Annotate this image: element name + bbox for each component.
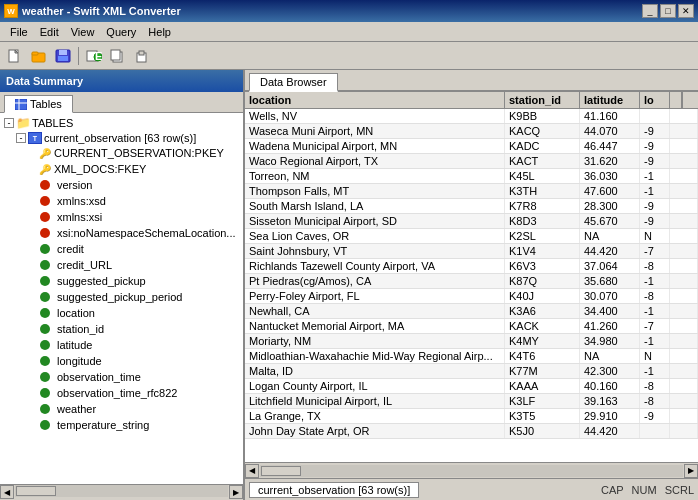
table-row[interactable]: Sisseton Municipal Airport, SDK8D345.670… — [245, 214, 698, 229]
table-row[interactable]: Nantucket Memorial Airport, MAKACK41.260… — [245, 319, 698, 334]
data-browser-tab[interactable]: Data Browser — [249, 73, 338, 92]
menu-view[interactable]: View — [65, 25, 101, 39]
cap-indicator: CAP — [601, 484, 624, 496]
export-button[interactable]: E — [83, 45, 105, 67]
tree-item-current-obs[interactable]: - T current_observation [63 row(s)] — [2, 131, 241, 145]
tree-item-pkey[interactable]: 🔑 CURRENT_OBSERVATION:PKEY — [2, 145, 241, 161]
minimize-button[interactable]: _ — [642, 4, 658, 18]
field-green-icon-pickup — [38, 274, 52, 288]
cell-station-id: K3T5 — [505, 409, 580, 423]
cell-location: Wells, NV — [245, 109, 505, 123]
table-row[interactable]: Logan County Airport, ILKAAA40.160-8 — [245, 379, 698, 394]
table-row[interactable]: John Day State Arpt, ORK5J044.420 — [245, 424, 698, 439]
cell-location: Sisseton Municipal Airport, SD — [245, 214, 505, 228]
table-row[interactable]: Waseca Muni Airport, MNKACQ44.070-9 — [245, 124, 698, 139]
table-row[interactable]: La Grange, TXK3T529.910-9 — [245, 409, 698, 424]
table-row[interactable]: Saint Johnsbury, VTK1V444.420-7 — [245, 244, 698, 259]
table-row[interactable]: Pt Piedras(cg/Amos), CAK87Q35.680-1 — [245, 274, 698, 289]
tree-item-xml-docs[interactable]: 🔑 XML_DOCS:FKEY — [2, 161, 241, 177]
table-row[interactable]: Wadena Municipal Airport, MNKADC46.447-9 — [245, 139, 698, 154]
cell-lo: -8 — [640, 379, 670, 393]
menu-edit[interactable]: Edit — [34, 25, 65, 39]
copy-button[interactable] — [107, 45, 129, 67]
data-scroll-track[interactable] — [260, 465, 683, 477]
cell-station-id: K4T6 — [505, 349, 580, 363]
menu-file[interactable]: File — [4, 25, 34, 39]
cell-latitude: 30.070 — [580, 289, 640, 303]
tree-item-xmlns-xsd[interactable]: xmlns:xsd — [2, 193, 241, 209]
field-red-icon-xsi — [38, 210, 52, 224]
tree-item-version[interactable]: version — [2, 177, 241, 193]
tree-item-observation-time-rfc822[interactable]: observation_time_rfc822 — [2, 385, 241, 401]
tree-item-weather[interactable]: weather — [2, 401, 241, 417]
paste-button[interactable] — [131, 45, 153, 67]
tree-item-observation-time[interactable]: observation_time — [2, 369, 241, 385]
col-header-location[interactable]: location — [245, 92, 505, 108]
tree-item-credit-url[interactable]: credit_URL — [2, 257, 241, 273]
tree-area[interactable]: - 📁 TABLES - T current_observation [63 r… — [0, 113, 243, 484]
tree-item-location[interactable]: location — [2, 305, 241, 321]
close-button[interactable]: ✕ — [678, 4, 694, 18]
tables-tab[interactable]: Tables — [4, 95, 73, 113]
table-row[interactable]: Litchfield Municipal Airport, ILK3LF39.1… — [245, 394, 698, 409]
cell-latitude: NA — [580, 349, 640, 363]
tree-item-longitude[interactable]: longitude — [2, 353, 241, 369]
data-grid-body[interactable]: Wells, NVK9BB41.160Waseca Muni Airport, … — [245, 109, 698, 462]
scroll-track[interactable] — [15, 485, 228, 497]
cell-extra — [670, 304, 698, 318]
scroll-thumb[interactable] — [16, 486, 56, 496]
tree-item-suggested-pickup[interactable]: suggested_pickup — [2, 273, 241, 289]
cell-lo: -1 — [640, 364, 670, 378]
svg-rect-6 — [58, 56, 68, 61]
left-panel: Data Summary Tables - 📁 TABLES - T curre… — [0, 70, 245, 500]
scroll-left-btn[interactable]: ◀ — [0, 485, 14, 499]
tree-item-latitude[interactable]: latitude — [2, 337, 241, 353]
tree-toggle-current-obs[interactable]: - — [16, 133, 26, 143]
svg-rect-3 — [32, 52, 38, 55]
tree-toggle-tables[interactable]: - — [4, 118, 14, 128]
menu-help[interactable]: Help — [142, 25, 177, 39]
table-row[interactable]: Malta, IDK77M42.300-1 — [245, 364, 698, 379]
scroll-left-data-btn[interactable]: ◀ — [245, 464, 259, 478]
bottom-scrollbar[interactable]: ◀ ▶ — [245, 462, 698, 478]
tree-item-credit[interactable]: credit — [2, 241, 241, 257]
table-row[interactable]: Perry-Foley Airport, FLK40J30.070-8 — [245, 289, 698, 304]
left-horizontal-scrollbar[interactable]: ◀ ▶ — [0, 484, 243, 500]
cell-latitude: 44.420 — [580, 424, 640, 438]
open-button[interactable] — [28, 45, 50, 67]
table-row[interactable]: Newhall, CAK3A634.400-1 — [245, 304, 698, 319]
tree-item-xsi-no-ns[interactable]: xsi:noNamespaceSchemaLocation... — [2, 225, 241, 241]
table-row[interactable]: Richlands Tazewell County Airport, VAK6V… — [245, 259, 698, 274]
menu-query[interactable]: Query — [100, 25, 142, 39]
col-header-latitude[interactable]: latitude — [580, 92, 640, 108]
col-header-lo[interactable]: lo — [640, 92, 670, 108]
window-title: weather - Swift XML Converter — [22, 5, 181, 17]
data-scroll-thumb[interactable] — [261, 466, 301, 476]
table-row[interactable]: Moriarty, NMK4MY34.980-1 — [245, 334, 698, 349]
col-header-station[interactable]: station_id — [505, 92, 580, 108]
tree-label-xmlns-xsd: xmlns:xsd — [57, 195, 106, 207]
table-row[interactable]: Wells, NVK9BB41.160 — [245, 109, 698, 124]
tree-item-temperature-string[interactable]: temperature_string — [2, 417, 241, 433]
save-button[interactable] — [52, 45, 74, 67]
tree-item-station-id[interactable]: station_id — [2, 321, 241, 337]
tree-item-suggested-pickup-period[interactable]: suggested_pickup_period — [2, 289, 241, 305]
window-controls: _ □ ✕ — [642, 4, 694, 18]
table-row[interactable]: Waco Regional Airport, TXKACT31.620-9 — [245, 154, 698, 169]
tree-label-latitude: latitude — [57, 339, 92, 351]
cell-station-id: KACT — [505, 154, 580, 168]
tables-tab-label: Tables — [30, 98, 62, 110]
table-row[interactable]: Midloathian-Waxahachie Mid-Way Regional … — [245, 349, 698, 364]
maximize-button[interactable]: □ — [660, 4, 676, 18]
new-button[interactable] — [4, 45, 26, 67]
tree-item-xmlns-xsi[interactable]: xmlns:xsi — [2, 209, 241, 225]
table-row[interactable]: South Marsh Island, LAK7R828.300-9 — [245, 199, 698, 214]
tree-item-tables[interactable]: - 📁 TABLES — [2, 115, 241, 131]
scroll-right-btn[interactable]: ▶ — [229, 485, 243, 499]
table-row[interactable]: Sea Lion Caves, ORK2SLNAN — [245, 229, 698, 244]
cell-latitude: 47.600 — [580, 184, 640, 198]
scroll-right-data-btn[interactable]: ▶ — [684, 464, 698, 478]
table-row[interactable]: Thompson Falls, MTK3TH47.600-1 — [245, 184, 698, 199]
table-row[interactable]: Torreon, NMK45L36.030-1 — [245, 169, 698, 184]
tree-label-credit-url: credit_URL — [57, 259, 112, 271]
